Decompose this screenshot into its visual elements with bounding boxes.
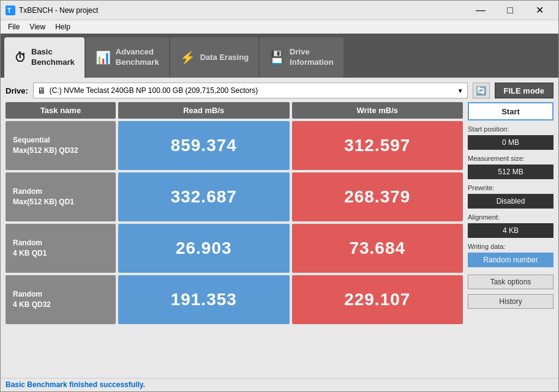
task-options-button[interactable]: Task options	[468, 275, 553, 289]
table-row: Random 4 KB QD1 26.903 73.684	[6, 224, 463, 273]
table-header: Task name Read mB/s Write mB/s	[6, 102, 463, 119]
table-row: Random Max(512 KB) QD1 332.687 268.379	[6, 172, 463, 221]
tabbar: ⏱ Basic Benchmark 📊 Advanced Benchmark ⚡…	[1, 34, 558, 78]
main-window: T TxBENCH - New project — □ ✕ File View …	[0, 0, 559, 392]
erase-icon: ⚡	[180, 50, 195, 65]
drive-select-icon: 🖥	[37, 86, 46, 95]
col-write: Write mB/s	[292, 102, 463, 119]
measurement-size-label: Measurement size:	[468, 155, 553, 162]
drive-tab-icon: 💾	[269, 50, 285, 65]
row-read-3: 26.903	[118, 224, 290, 273]
tab-drive-line1: Drive	[290, 47, 334, 57]
row-write-3: 73.684	[292, 224, 463, 273]
writing-data-label: Writing data:	[468, 243, 553, 250]
start-position-value[interactable]: 0 MB	[468, 135, 553, 150]
chart-icon: 📊	[96, 50, 111, 65]
alignment-label: Alignment:	[468, 213, 553, 221]
chevron-down-icon: ▼	[457, 87, 463, 94]
prewrite-label: Prewrite:	[468, 184, 553, 191]
tab-erase-line1: Data Erasing	[200, 53, 249, 63]
start-button[interactable]: Start	[468, 102, 553, 120]
tab-advanced-benchmark[interactable]: 📊 Advanced Benchmark	[86, 37, 169, 78]
tab-basic-benchmark[interactable]: ⏱ Basic Benchmark	[4, 37, 84, 78]
close-button[interactable]: ✕	[525, 1, 553, 20]
app-icon: T	[6, 6, 15, 15]
tab-drive-line2: Information	[290, 57, 334, 68]
col-task-name: Task name	[6, 102, 116, 119]
col-read: Read mB/s	[118, 102, 290, 119]
benchmark-table: Task name Read mB/s Write mB/s Sequentia…	[6, 102, 463, 373]
statusbar: Basic Benchmark finished successfully.	[1, 378, 558, 391]
start-position-label: Start position:	[468, 125, 553, 133]
row-label-2: Random Max(512 KB) QD1	[6, 172, 116, 221]
main-content: Drive: 🖥 (C:) NVMe Teclast 240GB NP 100.…	[1, 78, 558, 378]
drive-select-value: (C:) NVMe Teclast 240GB NP 100.00 GB (20…	[50, 86, 454, 95]
tab-drive-information[interactable]: 💾 Drive Information	[260, 37, 343, 78]
alignment-value[interactable]: 4 KB	[468, 223, 553, 238]
window-controls: — □ ✕	[467, 1, 553, 20]
menu-help[interactable]: Help	[50, 21, 75, 32]
row-label-4: Random 4 KB QD32	[6, 275, 116, 324]
row-read-4: 191.353	[118, 275, 290, 324]
svg-text:T: T	[7, 7, 11, 14]
prewrite-value[interactable]: Disabled	[468, 194, 553, 209]
row-label-1: Sequential Max(512 KB) QD32	[6, 121, 116, 170]
history-button[interactable]: History	[468, 294, 553, 309]
menubar: File View Help	[1, 20, 558, 34]
right-panel: Start Start position: 0 MB Measurement s…	[468, 102, 553, 373]
status-message: Basic Benchmark finished successfully.	[6, 380, 145, 389]
measurement-size-value[interactable]: 512 MB	[468, 165, 553, 179]
row-read-2: 332.687	[118, 172, 290, 221]
benchmark-area: Task name Read mB/s Write mB/s Sequentia…	[6, 102, 553, 373]
table-row: Random 4 KB QD32 191.353 229.107	[6, 275, 463, 324]
file-mode-button[interactable]: FILE mode	[495, 83, 553, 98]
tab-basic-line2: Benchmark	[31, 57, 75, 68]
tab-advanced-line1: Advanced	[116, 47, 159, 57]
row-write-4: 229.107	[292, 275, 463, 324]
row-read-1: 859.374	[118, 121, 290, 170]
menu-view[interactable]: View	[24, 21, 50, 32]
tab-data-erasing[interactable]: ⚡ Data Erasing	[170, 37, 258, 78]
tab-advanced-line2: Benchmark	[116, 57, 159, 68]
refresh-button[interactable]: 🔄	[473, 83, 490, 98]
menu-file[interactable]: File	[3, 21, 24, 32]
titlebar: T TxBENCH - New project — □ ✕	[1, 1, 558, 20]
row-write-2: 268.379	[292, 172, 463, 221]
drive-row: Drive: 🖥 (C:) NVMe Teclast 240GB NP 100.…	[6, 83, 553, 98]
maximize-button[interactable]: □	[496, 1, 524, 20]
tab-basic-line1: Basic	[31, 47, 75, 57]
clock-icon: ⏱	[14, 51, 26, 65]
writing-data-value[interactable]: Random number	[468, 253, 553, 267]
window-title: TxBENCH - New project	[19, 6, 467, 15]
drive-select[interactable]: 🖥 (C:) NVMe Teclast 240GB NP 100.00 GB (…	[33, 83, 468, 98]
row-label-3: Random 4 KB QD1	[6, 224, 116, 273]
drive-label: Drive:	[6, 86, 28, 95]
table-row: Sequential Max(512 KB) QD32 859.374 312.…	[6, 121, 463, 170]
minimize-button[interactable]: —	[467, 1, 495, 20]
row-write-1: 312.597	[292, 121, 463, 170]
